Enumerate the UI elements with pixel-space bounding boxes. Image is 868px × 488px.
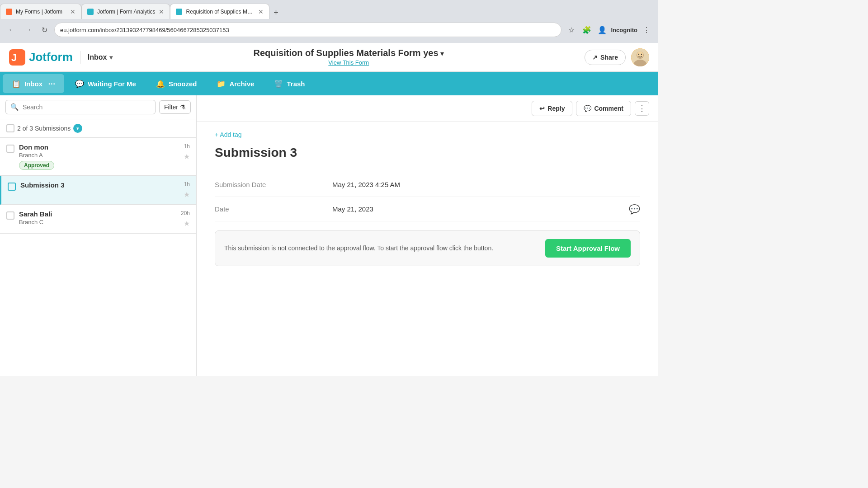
logo-icon: J [9,49,25,66]
tab-title-3: Requisition of Supplies Materials... [186,9,255,15]
detail-pane: ↩ Reply 💬 Comment ⋮ + Add tag Submission… [197,95,658,376]
nav-tab-inbox[interactable]: 📋 Inbox ⋯ [3,74,64,93]
item-meta-3: 20h ★ [181,210,190,228]
item-name-2: Submission 3 [20,181,179,189]
field-label-submission-date: Submission Date [215,181,332,188]
comment-button[interactable]: 💬 Comment [576,101,631,116]
archive-tab-label: Archive [229,80,254,88]
start-approval-button[interactable]: Start Approval Flow [545,239,631,258]
nav-tab-archive[interactable]: 📁 Archive [208,74,263,93]
nav-tab-waiting[interactable]: 💬 Waiting For Me [66,74,145,93]
tab-favicon-2 [87,9,94,15]
profile-icon[interactable]: 👤 [596,23,609,36]
browser-tab-3[interactable]: Requisition of Supplies Materials... ✕ [170,4,269,19]
item-badge-1: Approved [19,161,54,170]
item-body-2: Submission 3 [20,181,179,189]
incognito-label: Incognito [611,27,638,33]
avatar-image [631,48,649,66]
reply-button[interactable]: ↩ Reply [532,101,572,116]
item-time-1: 1h [184,143,190,150]
submissions-count-label: 2 of 3 Submissions [17,125,71,132]
field-comment-icon[interactable]: 💬 [629,204,640,215]
submission-title: Submission 3 [215,145,640,160]
svg-point-7 [641,53,642,54]
forward-button[interactable]: → [22,23,34,36]
extensions-icon[interactable]: 🧩 [580,23,593,36]
item-body-3: Sarah Bali Branch C [19,210,176,225]
share-button[interactable]: ↗ Share [585,50,626,65]
submissions-count-row: 2 of 3 Submissions ▾ [0,119,196,138]
nav-tabs: 📋 Inbox ⋯ 💬 Waiting For Me 🔔 Snoozed 📁 A… [0,72,658,95]
submission-item-1[interactable]: Don mon Branch A Approved 1h ★ [0,138,196,176]
back-button[interactable]: ← [5,23,18,36]
submissions-count-badge[interactable]: ▾ [73,124,82,133]
chevron-down-icon: ▾ [109,54,113,61]
avatar[interactable] [631,48,649,66]
submission-item-3[interactable]: Sarah Bali Branch C 20h ★ [0,205,196,234]
search-bar: 🔍 Filter ⚗ [0,95,196,119]
inbox-tab-label: Inbox [24,80,42,88]
tab-title-1: My Forms | Jotform [16,9,66,15]
inbox-tab-menu-icon[interactable]: ⋯ [48,80,55,88]
tab-close-2[interactable]: ✕ [159,8,164,15]
submission-item-2[interactable]: Submission 3 1h ★ [0,176,196,205]
share-icon: ↗ [592,54,598,61]
form-title: Requisition of Supplies Materials Form y… [254,48,439,58]
tab-close-3[interactable]: ✕ [258,8,264,15]
sidebar: 🔍 Filter ⚗ 2 of 3 Submissions ▾ Don mon … [0,95,197,376]
waiting-tab-icon: 💬 [75,80,84,88]
address-bar[interactable]: eu.jotform.com/inbox/231393247798469/560… [54,23,561,37]
archive-tab-icon: 📁 [217,80,226,88]
more-options-button[interactable]: ⋮ [635,101,649,116]
browser-chrome: My Forms | Jotform ✕ Jotform | Form Anal… [0,0,658,43]
inbox-selector[interactable]: Inbox ▾ [88,53,113,61]
nav-tab-trash[interactable]: 🗑️ Trash [265,74,314,93]
browser-tab-2[interactable]: Jotform | Form Analytics ✕ [81,4,170,19]
item-body-1: Don mon Branch A Approved [19,143,179,170]
app: J Jotform Inbox ▾ Requisition of Supplie… [0,43,658,376]
detail-toolbar: ↩ Reply 💬 Comment ⋮ [197,95,658,122]
field-row-date: Date May 21, 2023 💬 [215,197,640,221]
snoozed-tab-label: Snoozed [169,80,197,88]
tab-close-1[interactable]: ✕ [70,8,75,15]
item-checkbox-3[interactable] [6,211,14,220]
header-right: ↗ Share [585,48,649,66]
select-all-checkbox[interactable] [6,124,14,132]
waiting-tab-label: Waiting For Me [88,80,136,88]
item-meta-1: 1h ★ [184,143,190,161]
snoozed-tab-icon: 🔔 [156,80,165,88]
item-star-1[interactable]: ★ [184,152,190,161]
comment-icon: 💬 [584,105,591,112]
app-header: J Jotform Inbox ▾ Requisition of Supplie… [0,43,658,72]
item-star-3[interactable]: ★ [184,219,190,228]
header-divider [80,51,80,64]
nav-tab-snoozed[interactable]: 🔔 Snoozed [147,74,206,93]
bookmark-icon[interactable]: ☆ [565,23,578,36]
trash-tab-icon: 🗑️ [274,80,283,88]
header-center: Requisition of Supplies Materials Form y… [113,48,585,66]
new-tab-button[interactable]: + [269,6,282,19]
browser-tab-1[interactable]: My Forms | Jotform ✕ [0,4,81,19]
reload-button[interactable]: ↻ [38,23,51,36]
svg-text:J: J [11,52,17,63]
field-row-submission-date: Submission Date May 21, 2023 4:25 AM [215,173,640,197]
add-tag-button[interactable]: + Add tag [215,131,640,138]
view-form-link[interactable]: View This Form [328,59,369,66]
approval-notice: This submission is not connected to the … [215,230,640,266]
item-branch-1: Branch A [19,152,179,159]
form-title-dropdown-icon[interactable]: ▾ [440,50,444,57]
field-value-date: May 21, 2023 [332,205,640,213]
filter-label: Filter [164,103,178,111]
form-title-row: Requisition of Supplies Materials Form y… [113,48,585,58]
item-time-3: 20h [181,210,190,216]
item-checkbox-1[interactable] [6,145,14,153]
search-input[interactable] [23,103,151,111]
item-checkbox-2[interactable] [8,183,16,191]
item-star-2[interactable]: ★ [184,190,190,199]
filter-button[interactable]: Filter ⚗ [159,100,191,114]
item-name-1: Don mon [19,143,179,151]
menu-icon[interactable]: ⋮ [640,23,653,36]
filter-icon: ⚗ [180,103,186,111]
item-name-3: Sarah Bali [19,210,176,218]
search-icon: 🔍 [10,103,19,111]
